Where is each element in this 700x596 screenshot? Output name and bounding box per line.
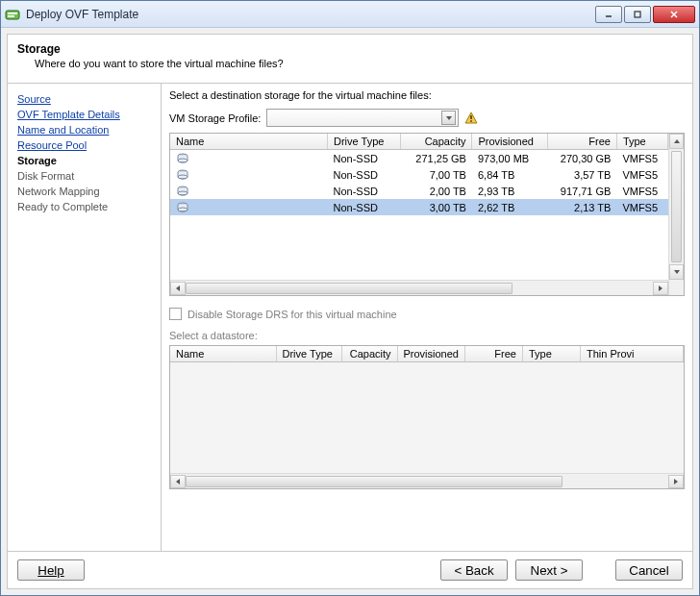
- scroll-left-icon[interactable]: [170, 475, 186, 488]
- svg-marker-24: [674, 479, 678, 484]
- svg-rect-10: [471, 120, 473, 122]
- cell-type: VMFS5: [616, 166, 667, 183]
- col-drive-type[interactable]: Drive Type: [328, 134, 401, 150]
- cell-free: 270,30 GB: [547, 150, 616, 167]
- cell-free: 3,57 TB: [547, 166, 616, 183]
- disable-drs-row: Disable Storage DRS for this virtual mac…: [169, 308, 685, 320]
- datastore-table-header: Name Drive Type Capacity Provisioned Fre…: [170, 346, 684, 362]
- step-source[interactable]: Source: [17, 91, 157, 107]
- datastore-icon: [176, 169, 189, 181]
- vm-storage-profile-select[interactable]: [266, 109, 459, 127]
- content-area: Storage Where do you want to store the v…: [1, 28, 699, 595]
- disable-drs-label: Disable Storage DRS for this virtual mac…: [188, 309, 397, 320]
- warning-icon: [464, 112, 478, 125]
- storage-vscroll[interactable]: [668, 134, 684, 295]
- table-row[interactable]: Non-SSD2,00 TB2,93 TB917,71 GBVMFS5: [170, 183, 668, 199]
- page-subtitle: Where do you want to store the virtual m…: [35, 58, 683, 69]
- wizard-body: Source OVF Template Details Name and Loc…: [8, 84, 692, 551]
- ds-col-provisioned[interactable]: Provisioned: [397, 346, 464, 362]
- ds-col-thin[interactable]: Thin Provi: [580, 346, 683, 362]
- svg-rect-1: [8, 12, 17, 14]
- datastore-hscroll[interactable]: [170, 473, 684, 488]
- scroll-right-icon[interactable]: [653, 282, 668, 295]
- datastore-empty-grid: [170, 362, 684, 473]
- svg-marker-21: [674, 139, 680, 143]
- svg-marker-20: [659, 286, 662, 291]
- col-name[interactable]: Name: [170, 134, 328, 150]
- ds-col-free[interactable]: Free: [464, 346, 522, 362]
- cancel-button[interactable]: Cancel: [615, 559, 683, 581]
- scroll-up-icon[interactable]: [669, 134, 684, 149]
- chevron-down-icon[interactable]: [441, 111, 456, 125]
- wizard-panel: Storage Where do you want to store the v…: [7, 34, 693, 589]
- cell-type: VMFS5: [616, 199, 667, 215]
- step-resource-pool[interactable]: Resource Pool: [17, 137, 157, 153]
- next-button[interactable]: Next >: [515, 559, 583, 581]
- app-icon: [5, 7, 20, 22]
- step-name-location[interactable]: Name and Location: [17, 122, 157, 137]
- col-provisioned[interactable]: Provisioned: [472, 134, 547, 150]
- step-storage: Storage: [17, 153, 157, 168]
- table-row[interactable]: Non-SSD3,00 TB2,62 TB2,13 TBVMFS5: [170, 199, 668, 215]
- col-free[interactable]: Free: [547, 134, 616, 150]
- cell-type: VMFS5: [616, 183, 667, 199]
- wizard-steps: Source OVF Template Details Name and Loc…: [8, 84, 162, 551]
- svg-rect-9: [471, 115, 473, 119]
- storage-hscroll[interactable]: [170, 280, 668, 295]
- datastore-icon: [176, 186, 189, 197]
- ds-col-drive-type[interactable]: Drive Type: [276, 346, 341, 362]
- window-title: Deploy OVF Template: [26, 8, 595, 21]
- col-type[interactable]: Type: [616, 134, 667, 150]
- back-button[interactable]: < Back: [440, 559, 508, 581]
- minimize-button[interactable]: [595, 6, 622, 23]
- storage-table: Name Drive Type Capacity Provisioned Fre…: [170, 134, 668, 295]
- close-button[interactable]: [653, 6, 695, 23]
- cell-provisioned: 2,62 TB: [472, 199, 547, 215]
- cell-capacity: 3,00 TB: [401, 199, 472, 215]
- step-disk-format: Disk Format: [17, 168, 157, 184]
- cell-provisioned: 973,00 MB: [472, 150, 547, 167]
- svg-marker-19: [176, 286, 180, 291]
- window-frame: Deploy OVF Template Storage Where do you…: [0, 0, 700, 596]
- wizard-header: Storage Where do you want to store the v…: [8, 35, 692, 84]
- cell-drive-type: Non-SSD: [328, 150, 401, 167]
- maximize-button[interactable]: [624, 6, 651, 23]
- vm-storage-profile-label: VM Storage Profile:: [169, 112, 261, 124]
- ds-col-name[interactable]: Name: [170, 346, 276, 362]
- cell-capacity: 2,00 TB: [401, 183, 472, 199]
- datastore-icon: [176, 202, 189, 213]
- ds-col-capacity[interactable]: Capacity: [341, 346, 397, 362]
- help-button[interactable]: Help: [17, 559, 85, 581]
- scroll-right-icon[interactable]: [668, 475, 684, 488]
- cell-free: 917,71 GB: [547, 183, 616, 199]
- vm-storage-profile-row: VM Storage Profile:: [169, 109, 685, 127]
- cell-drive-type: Non-SSD: [328, 183, 401, 199]
- cell-provisioned: 2,93 TB: [472, 183, 547, 199]
- svg-rect-4: [635, 12, 640, 17]
- cell-capacity: 271,25 GB: [401, 150, 472, 167]
- table-row[interactable]: Non-SSD7,00 TB6,84 TB3,57 TBVMFS5: [170, 166, 668, 183]
- col-capacity[interactable]: Capacity: [401, 134, 472, 150]
- cell-drive-type: Non-SSD: [328, 166, 401, 183]
- window-controls: [595, 6, 695, 23]
- main-pane: Select a destination storage for the vir…: [162, 84, 692, 551]
- cell-capacity: 7,00 TB: [401, 166, 472, 183]
- cell-provisioned: 6,84 TB: [472, 166, 547, 183]
- step-ovf-details[interactable]: OVF Template Details: [17, 107, 157, 122]
- cell-free: 2,13 TB: [547, 199, 616, 215]
- scroll-down-icon[interactable]: [669, 264, 684, 280]
- step-ready: Ready to Complete: [17, 199, 157, 214]
- svg-marker-23: [176, 479, 180, 484]
- cell-type: VMFS5: [616, 150, 667, 167]
- storage-table-header: Name Drive Type Capacity Provisioned Fre…: [170, 134, 668, 150]
- table-row[interactable]: Non-SSD271,25 GB973,00 MB270,30 GBVMFS5: [170, 150, 668, 167]
- datastore-icon: [176, 153, 189, 164]
- datastore-table-container: Name Drive Type Capacity Provisioned Fre…: [169, 345, 685, 489]
- disable-drs-checkbox[interactable]: [169, 308, 182, 320]
- scroll-left-icon[interactable]: [170, 282, 186, 295]
- select-datastore-label: Select a datastore:: [169, 330, 685, 341]
- storage-table-container: Name Drive Type Capacity Provisioned Fre…: [169, 133, 685, 296]
- step-network-mapping: Network Mapping: [17, 184, 157, 199]
- ds-col-type[interactable]: Type: [522, 346, 580, 362]
- titlebar[interactable]: Deploy OVF Template: [1, 1, 699, 28]
